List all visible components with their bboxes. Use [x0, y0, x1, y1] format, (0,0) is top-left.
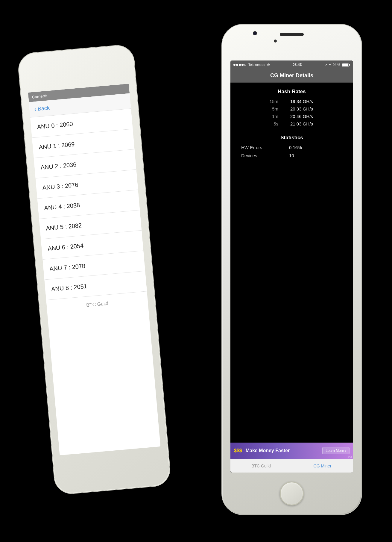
back-list: ANU 0 : 2060 ANU 1 : 2069 ANU 2 : 2036 A…	[30, 109, 147, 300]
status-time: 08:43	[293, 63, 302, 67]
tab-btc-guild[interactable]: BTC Guild	[230, 464, 292, 468]
back-screen: Carrier ⊛ ‹ Back ANU 0 : 2060 ANU 1 : 20…	[28, 84, 161, 455]
location-icon: ↗	[324, 63, 327, 67]
hash-rates-title: Hash-Rates	[235, 89, 348, 95]
stat-row-hw: HW Errors 0.16%	[235, 145, 348, 150]
hash-label-5m: 5m	[266, 106, 278, 111]
status-left: Telekom.de ⊛	[233, 63, 270, 67]
hash-row-5s: 5s 21.03 GH/s	[235, 121, 348, 126]
stat-row-devices: Devices 10	[235, 153, 348, 158]
hash-row-1m: 1m 20.46 GH/s	[235, 114, 348, 119]
front-phone: Telekom.de ⊛ 08:43 ↗ ✦ 94 %	[221, 24, 362, 515]
back-phone: Carrier ⊛ ‹ Back ANU 0 : 2060 ANU 1 : 20…	[17, 44, 172, 495]
hw-errors-key: HW Errors	[241, 145, 271, 150]
hash-row-15m: 15m 19.34 GH/s	[235, 99, 348, 104]
devices-key: Devices	[241, 153, 271, 158]
signal-dot	[233, 64, 235, 66]
ios-status-bar: Telekom.de ⊛ 08:43 ↗ ✦ 94 %	[230, 60, 353, 69]
app-nav-title: CG Miner Details	[270, 72, 313, 79]
ad-badge: iAd	[348, 455, 352, 458]
divider	[235, 129, 348, 135]
hash-label-5s: 5s	[266, 121, 278, 126]
home-button[interactable]	[280, 482, 304, 505]
speaker-icon	[280, 33, 304, 36]
hash-label-15m: 15m	[266, 99, 278, 104]
statistics-title: Statistics	[235, 135, 348, 141]
app-nav-bar: CG Miner Details	[230, 69, 353, 83]
sensor-dot	[274, 40, 277, 43]
ad-text: Make Money Faster	[246, 448, 290, 453]
hash-value-15m: 19.34 GH/s	[290, 99, 317, 104]
back-chevron-icon: ‹	[34, 106, 37, 113]
hw-errors-value: 0.16%	[289, 145, 302, 150]
back-wifi-icon: ⊛	[44, 94, 47, 98]
signal-dot	[236, 64, 238, 66]
back-carrier: Carrier	[32, 94, 44, 99]
battery-body	[342, 63, 349, 66]
hash-value-1m: 20.46 GH/s	[290, 114, 317, 119]
front-screen: Telekom.de ⊛ 08:43 ↗ ✦ 94 %	[230, 60, 353, 473]
back-button-label: Back	[37, 105, 50, 112]
wifi-icon: ⊛	[267, 63, 270, 67]
back-button[interactable]: ‹ Back	[34, 105, 50, 112]
front-phone-shell: Telekom.de ⊛ 08:43 ↗ ✦ 94 %	[221, 24, 362, 515]
ad-content: $$$ Make Money Faster	[234, 448, 290, 453]
hash-value-5s: 21.03 GH/s	[290, 121, 317, 126]
signal-dot	[241, 64, 244, 66]
devices-value: 10	[289, 153, 294, 158]
ad-banner[interactable]: $$$ Make Money Faster Learn More ›	[230, 443, 353, 459]
screen-content: Hash-Rates 15m 19.34 GH/s 5m 20.33 GH/s …	[230, 83, 353, 473]
back-phone-shell: Carrier ⊛ ‹ Back ANU 0 : 2060 ANU 1 : 20…	[17, 44, 172, 495]
signal-dots	[233, 64, 246, 66]
ad-learn-button[interactable]: Learn More ›	[322, 447, 350, 454]
hash-label-1m: 1m	[266, 114, 278, 119]
bluetooth-icon: ✦	[329, 63, 331, 67]
signal-dot	[239, 64, 241, 66]
carrier-label: Telekom.de	[248, 63, 265, 66]
battery-fill	[342, 63, 348, 66]
ad-dollar-sign: $$$	[234, 448, 242, 453]
hash-value-5m: 20.33 GH/s	[290, 106, 317, 111]
signal-dot-empty	[244, 64, 246, 66]
battery-tip	[349, 64, 350, 66]
camera-icon	[253, 31, 257, 35]
tab-cg-miner[interactable]: CG Miner	[292, 464, 353, 468]
hash-row-5m: 5m 20.33 GH/s	[235, 106, 348, 111]
bottom-tab-bar: BTC Guild CG Miner	[230, 459, 353, 473]
status-right: ↗ ✦ 94 %	[324, 63, 350, 67]
battery-icon	[342, 63, 350, 66]
